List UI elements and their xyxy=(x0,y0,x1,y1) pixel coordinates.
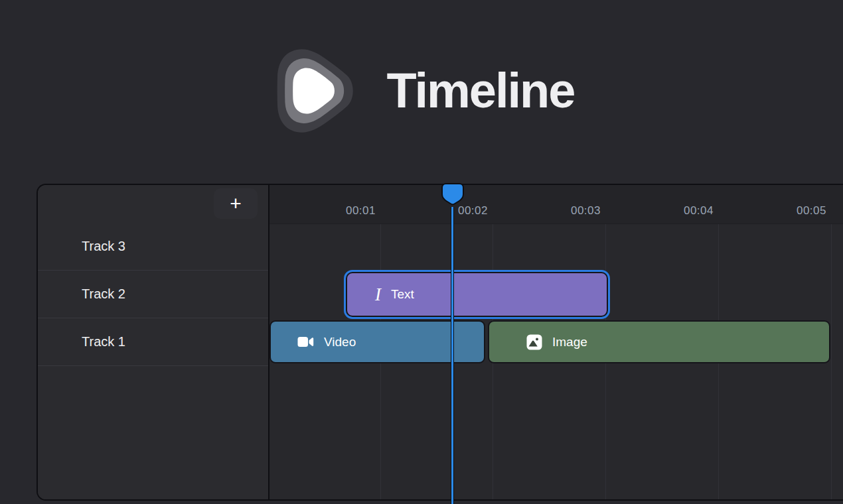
track-header-track-2[interactable]: Track 2 xyxy=(38,271,268,318)
time-ruler[interactable]: 00:01 00:02 00:03 00:04 00:05 xyxy=(269,185,843,224)
playhead-handle[interactable] xyxy=(440,182,465,208)
clip-label: Image xyxy=(552,335,587,349)
track-list-column: + Track 3 Track 2 Track 1 xyxy=(38,185,269,499)
tick-label-00-01: 00:01 xyxy=(323,204,376,218)
play-logo-icon xyxy=(269,44,362,137)
tick-label-00-03: 00:03 xyxy=(548,204,601,218)
track-header-track-3[interactable]: Track 3 xyxy=(38,223,268,271)
text-cursor-icon: I xyxy=(375,286,381,304)
track-label: Track 3 xyxy=(82,239,125,254)
timeline-panel: + Track 3 Track 2 Track 1 00:01 00:02 00… xyxy=(37,184,843,501)
plus-icon: + xyxy=(230,194,242,214)
tick-label-00-05: 00:05 xyxy=(773,204,826,218)
page-title: Timeline xyxy=(387,66,575,115)
track-list-header: + xyxy=(38,185,268,223)
track-header-track-1[interactable]: Track 1 xyxy=(38,318,268,366)
clip-label: Video xyxy=(324,335,356,349)
app-header: Timeline xyxy=(0,41,843,141)
timeline-area: 00:01 00:02 00:03 00:04 00:05 I Text Vid… xyxy=(269,185,843,499)
clip-label: Text xyxy=(391,287,414,302)
track-label: Track 2 xyxy=(82,286,125,302)
clip-text-selected[interactable]: I Text xyxy=(346,272,608,317)
track-label: Track 1 xyxy=(82,334,125,349)
clip-image[interactable]: Image xyxy=(488,320,830,363)
tick-label-00-04: 00:04 xyxy=(660,204,714,218)
image-icon xyxy=(526,334,542,350)
video-camera-icon xyxy=(297,336,314,348)
gridline xyxy=(831,185,832,499)
playhead-line[interactable] xyxy=(451,207,454,504)
add-track-button[interactable]: + xyxy=(214,188,258,219)
